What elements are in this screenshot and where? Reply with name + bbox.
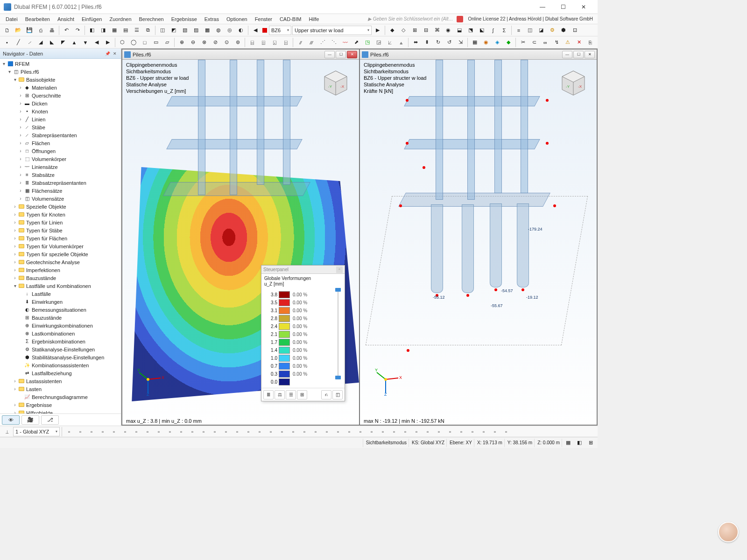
tb-btn[interactable]: ⬍ (422, 37, 432, 48)
tb-btn[interactable]: ▦ (470, 37, 480, 48)
nav-next-icon[interactable]: ▶ (373, 25, 383, 35)
tb-btn[interactable]: ⬢ (558, 25, 569, 35)
tb-btn[interactable]: ☰ (132, 25, 142, 35)
tree-item[interactable]: ⊞Bauzustände (0, 314, 121, 322)
cube-icon[interactable]: ◳ (362, 37, 373, 48)
bbtn[interactable]: ▫ (400, 427, 410, 437)
undo-icon[interactable]: ↶ (61, 25, 71, 35)
bbtn[interactable]: ▫ (254, 427, 265, 437)
bbtn[interactable]: ▫ (154, 427, 164, 437)
maximize-button[interactable]: ☐ (553, 0, 573, 14)
bbtn[interactable]: ▫ (109, 427, 119, 437)
tb-btn[interactable]: ▧ (180, 25, 190, 35)
close-button[interactable]: ✕ (573, 0, 594, 14)
bbtn[interactable]: ▫ (142, 427, 153, 437)
tb-btn[interactable]: ⬔ (465, 25, 476, 35)
tb-btn[interactable]: ▱ (162, 37, 172, 48)
tree-item[interactable]: ›▦Flächensätze (0, 187, 121, 195)
tree-folder[interactable]: ›Hilfsobjekte (0, 409, 121, 413)
tb-btn[interactable]: ▼ (80, 37, 91, 48)
bbtn[interactable]: ▫ (131, 427, 141, 437)
tb-btn[interactable]: ◫ (525, 25, 535, 35)
tb-btn[interactable]: ▩ (202, 25, 212, 35)
tb-btn[interactable]: ◲ (374, 37, 384, 48)
tb-btn[interactable]: ⋰ (317, 37, 328, 48)
alert-icon[interactable] (457, 16, 463, 22)
nav-prev-icon[interactable]: ◀ (250, 25, 261, 35)
tree-folder[interactable]: ›Lastassistenten (0, 377, 121, 385)
bbtn[interactable]: ▫ (322, 427, 332, 437)
tb-btn[interactable]: ⊂ (529, 37, 539, 48)
tree-item[interactable]: ⊗Lastkombinationen (0, 329, 121, 337)
nav-cube[interactable]: -X -Y (322, 69, 350, 97)
member-icon[interactable]: ⟋ (24, 37, 35, 48)
tb-btn[interactable]: ⊕ (176, 37, 187, 48)
tree-item[interactable]: ΣErgebniskombinationen (0, 337, 121, 345)
menu-bearbeiten[interactable]: Bearbeiten (21, 15, 54, 23)
tb-btn[interactable]: ⊡ (570, 25, 580, 35)
tree-folder[interactable]: ›Lasten (0, 385, 121, 393)
tree-item[interactable]: ›▱Flächen (0, 139, 121, 147)
tb-btn[interactable]: ⊖ (188, 37, 198, 48)
calc-icon[interactable]: ⚙ (547, 25, 557, 35)
nav-close-icon[interactable]: ✕ (112, 50, 118, 57)
panel-btn[interactable]: ⚖ (275, 390, 285, 399)
panel-btn[interactable]: ≣ (263, 390, 274, 399)
tb-btn[interactable]: ⬓ (454, 25, 465, 35)
tb-btn[interactable]: ◣ (47, 37, 57, 48)
tb-btn[interactable]: □ (140, 37, 150, 48)
bbtn[interactable]: ▫ (288, 427, 298, 437)
eye-icon[interactable]: 👁 (2, 415, 20, 425)
tree-folder[interactable]: ›Ergebnisse (0, 401, 121, 409)
tb-btn[interactable]: ⌻ (281, 37, 291, 48)
tb-btn[interactable]: Σ (499, 25, 509, 35)
new-icon[interactable]: 🗋 (2, 25, 12, 35)
tree-item[interactable]: ↓Lastfälle (0, 290, 121, 298)
bbtn[interactable]: ▫ (445, 427, 455, 437)
bbtn[interactable]: ▫ (344, 427, 354, 437)
tb-btn[interactable]: ▶ (103, 37, 113, 48)
tree-item[interactable]: ›◆Materialien (0, 84, 121, 91)
menu-zuordnen[interactable]: Zuordnen (106, 15, 135, 23)
bbtn[interactable]: ▫ (277, 427, 287, 437)
bbtn[interactable]: ▫ (120, 427, 130, 437)
tree-folder[interactable]: ›Typen für Volumenkörper (0, 242, 121, 250)
tree-root[interactable]: ▾🟦RFEM (0, 60, 121, 68)
cs-dropdown[interactable]: 1 - Global XYZ (13, 427, 60, 436)
panel-close-icon[interactable]: ▫ (336, 266, 343, 273)
panel-btn[interactable]: ⎌ (321, 390, 331, 399)
redo-icon[interactable]: ↷ (72, 25, 83, 35)
tree-item[interactable]: ›╱Linien (0, 115, 121, 123)
tree-item[interactable]: ◐Bemessungssituationen (0, 306, 121, 314)
tb-btn[interactable]: ⬈ (351, 37, 361, 48)
bbtn[interactable]: ▫ (423, 427, 433, 437)
tree-item[interactable]: ✨Kombinationsassistenten (0, 361, 121, 369)
panel-btn[interactable]: ⊞ (297, 390, 307, 399)
tb-btn[interactable]: ⇲ (455, 37, 465, 48)
tree-file[interactable]: ▾◫Piles.rf6 (0, 68, 121, 76)
tb-btn[interactable]: ∫ (488, 25, 498, 35)
branch-icon[interactable]: ⎇ (41, 415, 59, 425)
tb-btn[interactable]: ◪ (536, 25, 546, 35)
panel-btn[interactable]: ◫ (332, 390, 343, 399)
sub-max-icon[interactable]: ☐ (336, 51, 346, 58)
tb-btn[interactable]: ◫ (157, 25, 168, 35)
menu-optionen[interactable]: Optionen (223, 15, 251, 23)
bbtn[interactable]: ▫ (75, 427, 85, 437)
tb-btn[interactable]: ◩ (169, 25, 179, 35)
bbtn[interactable]: ▫ (389, 427, 399, 437)
status-btn[interactable]: ▦ (563, 438, 573, 448)
tb-btn[interactable]: ◐ (236, 25, 246, 35)
bbtn[interactable]: ▫ (243, 427, 254, 437)
bbtn[interactable]: ▫ (165, 427, 175, 437)
bbtn[interactable]: ▫ (221, 427, 231, 437)
tb-btn[interactable]: ▭ (151, 37, 161, 48)
tb-btn[interactable]: ≡ (514, 25, 524, 35)
print-icon[interactable]: 🖶 (47, 25, 57, 35)
loadcase-dropdown[interactable]: BZ6 (269, 26, 291, 35)
camera-icon[interactable]: 🎥 (21, 415, 39, 425)
tree-folder[interactable]: ›Geotechnische Analyse (0, 258, 121, 266)
warn-icon[interactable]: ⚠ (563, 37, 573, 48)
sub-min-icon[interactable]: — (324, 51, 335, 58)
tb-btn[interactable]: ⌹ (258, 37, 268, 48)
